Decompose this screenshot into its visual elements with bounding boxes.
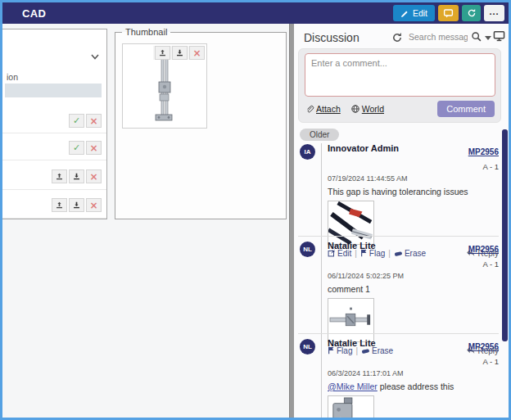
title-bar-actions: Edit ... [393, 5, 504, 21]
download-button[interactable] [172, 46, 188, 60]
message-divider [298, 333, 499, 334]
discussion-title: Discussion [304, 31, 360, 44]
item-number-link[interactable]: MP2956 [468, 147, 499, 156]
upload-icon [55, 172, 64, 181]
upload-icon [158, 48, 167, 57]
world-link[interactable]: World [350, 104, 384, 114]
search-icon [471, 31, 482, 43]
download-icon [72, 172, 81, 181]
fullscreen-button[interactable] [493, 30, 505, 42]
upload-button[interactable] [155, 46, 170, 60]
author-name: Natalie Lite [328, 241, 376, 271]
close-icon: × [89, 201, 97, 210]
chevron-down-icon[interactable] [90, 52, 100, 61]
avatar: NL [300, 242, 315, 257]
message-attachment-image[interactable] [328, 395, 374, 418]
world-link-label: World [362, 104, 384, 114]
pencil-icon [400, 9, 409, 18]
delete-button[interactable]: × [86, 169, 102, 183]
thumbnail-toolbar: × [153, 46, 205, 60]
close-icon: × [192, 48, 201, 58]
thumbnail-image-box: × [122, 43, 207, 129]
message-content: Natalie Lite MP2956 A - 1 06/3/2024 11:1… [321, 338, 500, 418]
attach-link[interactable]: Attach [305, 104, 341, 114]
row-divider [2, 189, 106, 190]
globe-icon [350, 104, 360, 114]
delete-button[interactable]: × [189, 46, 205, 60]
download-icon [72, 201, 81, 210]
row-divider [2, 133, 106, 133]
check-icon: ✓ [73, 116, 80, 125]
discussion-scrollbar[interactable] [502, 129, 508, 341]
comment-input[interactable] [305, 53, 495, 97]
attach-link-label: Attach [316, 104, 341, 114]
row-divider [2, 218, 106, 219]
cad-properties-panel: ion ✓ × ✓ × × [2, 29, 107, 219]
readonly-field [5, 84, 102, 97]
search-options-caret[interactable] [485, 36, 491, 40]
cancel-button[interactable]: × [86, 114, 102, 128]
upload-button[interactable] [52, 198, 67, 212]
message-attachment-image[interactable] [328, 298, 374, 342]
close-icon: × [89, 143, 97, 153]
discussion-pane: Discussion Attach [294, 24, 509, 418]
monitor-icon [493, 30, 505, 42]
load-older-button[interactable]: Older [300, 129, 339, 141]
edit-button-label: Edit [413, 8, 427, 18]
download-icon [175, 48, 184, 57]
app-window: CAD Edit ... ion ✓ [0, 0, 511, 420]
item-revision: A - 1 [482, 260, 499, 269]
item-reference: MP2956 A - 1 [468, 143, 499, 174]
message-divider [298, 236, 499, 237]
item-revision: A - 1 [482, 357, 499, 366]
cancel-button[interactable]: × [86, 141, 102, 155]
thumbnail-panel: Thumbnail [115, 27, 287, 219]
main-area: ion ✓ × ✓ × × [2, 24, 509, 418]
message-text: This gap is having tolerancing issues [328, 187, 499, 196]
file-row-actions: × [50, 169, 102, 183]
composer-footer: Attach World Comment [305, 101, 495, 117]
more-menu-button[interactable]: ... [484, 5, 504, 21]
truncated-field-label: ion [7, 72, 18, 82]
author-name: Innovator Admin [328, 143, 399, 174]
page-title: CAD [22, 7, 46, 20]
message-text: comment 1 [328, 284, 499, 294]
search-input[interactable] [409, 29, 468, 43]
paperclip-icon [305, 105, 314, 114]
refresh-button[interactable] [462, 5, 481, 21]
search-button[interactable] [471, 31, 482, 43]
avatar: IA [300, 144, 315, 160]
item-number-link[interactable]: MP2956 [468, 342, 499, 351]
item-reference: MP2956 A - 1 [468, 338, 499, 368]
avatar: NL [300, 339, 315, 355]
cad-part-thumbnail [144, 51, 185, 124]
confirm-button[interactable]: ✓ [69, 141, 84, 155]
confirm-button[interactable]: ✓ [69, 114, 84, 128]
author-name: Natalie Lite [328, 338, 376, 368]
delete-button[interactable]: × [86, 198, 102, 212]
message-text-rest: please address this [378, 382, 454, 391]
file-row-actions: ✓ × [67, 114, 102, 128]
item-reference: MP2956 A - 1 [468, 241, 499, 271]
file-row-actions: ✓ × [67, 141, 102, 155]
download-button[interactable] [69, 169, 84, 183]
mention-link[interactable]: @Mike Miller [328, 382, 378, 391]
comment-submit-button[interactable]: Comment [437, 101, 495, 117]
upload-icon [55, 201, 64, 210]
title-bar: CAD Edit ... [2, 2, 509, 24]
check-icon: ✓ [73, 143, 80, 152]
message-timestamp: 06/11/2024 5:02:25 PM [328, 272, 499, 280]
edit-button[interactable]: Edit [393, 5, 435, 21]
download-button[interactable] [69, 198, 84, 212]
item-number-link[interactable]: MP2956 [468, 245, 499, 254]
refresh-icon [467, 8, 477, 18]
message-attachment-image[interactable] [328, 201, 374, 245]
refresh-icon [391, 32, 403, 43]
upload-button[interactable] [52, 169, 67, 183]
message-text: @Mike Miller please address this [328, 382, 499, 391]
row-divider [2, 160, 106, 160]
discussion-toggle-button[interactable] [438, 5, 459, 21]
item-revision: A - 1 [482, 162, 499, 171]
file-row-actions: × [50, 198, 102, 212]
refresh-messages-button[interactable] [391, 32, 403, 43]
